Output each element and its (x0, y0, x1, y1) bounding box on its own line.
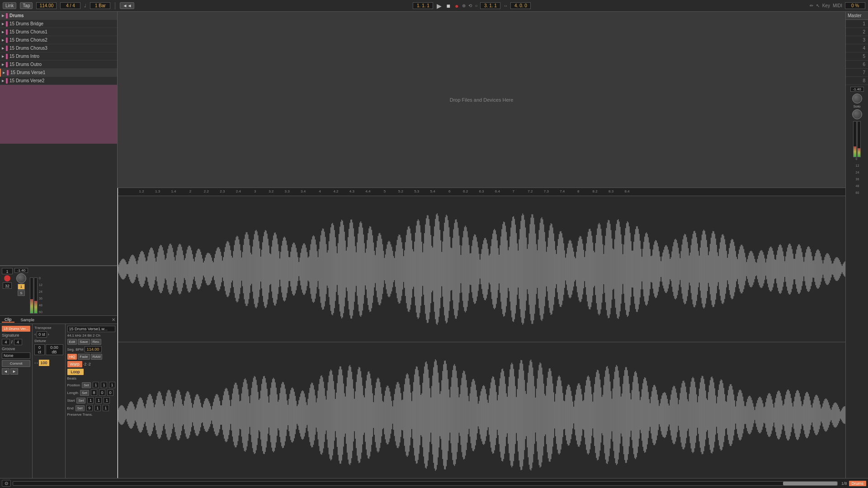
close-button[interactable]: ✕ (112, 317, 115, 322)
next-clip-button[interactable]: ► (10, 368, 18, 375)
channel-num-btn[interactable]: 1 (18, 284, 25, 290)
master-track-1[interactable]: 1 (846, 20, 868, 28)
end-val-3[interactable]: 1 (103, 405, 109, 411)
commit-button[interactable]: Commit (2, 360, 30, 367)
master-track-4[interactable]: 4 (846, 44, 868, 52)
svg-rect-1395 (657, 394, 658, 436)
track-item-chorus3[interactable]: ▶ 15 Drums Chorus3 (0, 44, 117, 52)
pos-val-2[interactable]: 1 (101, 382, 107, 388)
detune-semitone[interactable]: 0 ct (34, 344, 44, 355)
seg-bpm-value[interactable]: 114.00 (85, 346, 102, 352)
save-button[interactable]: Save (78, 339, 90, 345)
len-val-2[interactable]: 0 (99, 389, 105, 396)
svg-rect-124 (230, 245, 231, 292)
svg-rect-1571 (817, 396, 818, 434)
svg-rect-1064 (356, 382, 357, 448)
loop-start-display[interactable]: 3. 1. 1 (480, 2, 500, 9)
end-val[interactable]: 9 (86, 405, 93, 411)
punch-icon: ○ (475, 3, 477, 8)
pos-val-1[interactable]: 1 (93, 382, 99, 388)
master-track-8[interactable]: 8 (846, 77, 868, 85)
tap-button[interactable]: Tap (20, 2, 33, 9)
pan-knob[interactable] (16, 273, 26, 283)
start-val-2[interactable]: 1 (95, 397, 102, 404)
svg-rect-1160 (443, 364, 444, 465)
svg-rect-111 (217, 247, 218, 291)
waveform-area[interactable]: 1 1.2 1.3 1.4 2 2.2 2.3 2.4 3 3.2 3.3 3.… (118, 188, 845, 488)
sig-numerator[interactable]: 4 (2, 339, 10, 345)
play-button[interactable]: ▶ (436, 1, 443, 10)
svg-rect-711 (764, 255, 764, 283)
back-button[interactable]: ◄◄ (120, 2, 134, 9)
svg-rect-1457 (713, 382, 714, 447)
drums-track-label[interactable]: Drums (849, 481, 867, 486)
start-val[interactable]: 1 (87, 397, 94, 404)
track-item-intro[interactable]: ▶ 15 Drums Intro (0, 52, 117, 61)
oct-value[interactable]: 100 (39, 360, 49, 366)
drums-group-header[interactable]: ▶ Drums (0, 12, 117, 20)
record-arm-button[interactable] (4, 275, 10, 282)
start-set-button[interactable]: Set (76, 398, 85, 404)
link-button[interactable]: Link (3, 2, 16, 9)
bpm-display[interactable]: 114.00 (36, 2, 57, 9)
solo-btn[interactable]: S (18, 290, 25, 296)
position-set-button[interactable]: Set (82, 382, 91, 388)
sample-name-display[interactable]: 15 Drums Verse1.w... (67, 326, 115, 332)
fade-button[interactable]: Fade (78, 354, 90, 360)
svg-rect-401 (481, 249, 482, 289)
svg-rect-55 (167, 253, 168, 285)
loop-end-display[interactable]: 4. 0. 0 (510, 2, 531, 9)
record-button[interactable]: ● (454, 1, 459, 10)
device-view[interactable]: Drop Files and Devices Here (118, 12, 845, 188)
end-val-2[interactable]: 1 (94, 405, 101, 411)
track-item-verse1[interactable]: ▶ 15 Drums Verse1 (0, 69, 117, 77)
tab-clip[interactable]: Clip (2, 317, 14, 323)
svg-rect-992 (290, 390, 291, 440)
stop-button[interactable]: ■ (445, 1, 451, 10)
track-item-chorus1[interactable]: ▶ 15 Drums Chorus1 (0, 28, 117, 36)
master-track-6[interactable]: 6 (846, 61, 868, 69)
position-display[interactable]: 1. 1. 1 (413, 2, 433, 9)
scroll-thumb[interactable] (783, 482, 837, 485)
len-val-1[interactable]: 8 (91, 389, 97, 396)
svg-rect-766 (814, 260, 815, 278)
groove-none-display[interactable]: None (2, 352, 30, 359)
track-item-chorus2[interactable]: ▶ 15 Drums Chorus2 (0, 36, 117, 44)
svg-rect-137 (241, 258, 242, 281)
bar-display[interactable]: 1 Bar (90, 2, 110, 9)
ram-button[interactable]: RAM (91, 354, 103, 360)
edit-button[interactable]: Edit (67, 339, 77, 345)
start-val-3[interactable]: 1 (104, 397, 110, 404)
warp-button[interactable]: Warp (67, 361, 82, 367)
svg-rect-460 (535, 234, 536, 305)
master-pan-knob[interactable] (852, 94, 862, 103)
master-fader-knob[interactable] (852, 109, 862, 119)
sig-denominator[interactable]: 4 (14, 339, 22, 345)
scroll-bar[interactable] (13, 481, 838, 486)
pos-val-3[interactable]: 1 (109, 382, 115, 388)
track-item-verse2[interactable]: ▶ 15 Drums Verse2 (0, 77, 117, 85)
time-sig-display[interactable]: 4 / 4 (60, 2, 80, 9)
svg-rect-1055 (348, 371, 349, 460)
track-item-outro[interactable]: ▶ 15 Drums Outro (0, 61, 117, 69)
master-track-2[interactable]: 2 (846, 28, 868, 36)
master-track-7[interactable]: 7 (846, 69, 868, 77)
transpose-value[interactable]: 0 st (37, 331, 47, 338)
prev-clip-button[interactable]: ◄ (2, 368, 9, 375)
svg-rect-845 (157, 396, 158, 434)
hiq-button[interactable]: HiQ (67, 354, 77, 360)
master-track-5[interactable]: 5 (846, 52, 868, 61)
svg-rect-878 (187, 391, 188, 438)
loop-button[interactable]: Loop (67, 369, 84, 375)
svg-rect-372 (455, 220, 456, 319)
detune-db[interactable]: 0.00 dB (46, 344, 63, 355)
rev-button[interactable]: Rev. (91, 339, 102, 345)
track-item-bridge[interactable]: ▶ 15 Drums Bridge (0, 20, 117, 28)
len-val-3[interactable]: 0 (107, 389, 113, 396)
length-set-button[interactable]: Set (80, 390, 89, 396)
master-track-3[interactable]: 3 (846, 36, 868, 44)
svg-rect-1230 (507, 397, 508, 433)
clip-name-display[interactable]: 15 Drums Ver... (2, 326, 30, 332)
tab-sample[interactable]: Sample (18, 318, 38, 322)
end-set-button[interactable]: Set (75, 405, 85, 411)
